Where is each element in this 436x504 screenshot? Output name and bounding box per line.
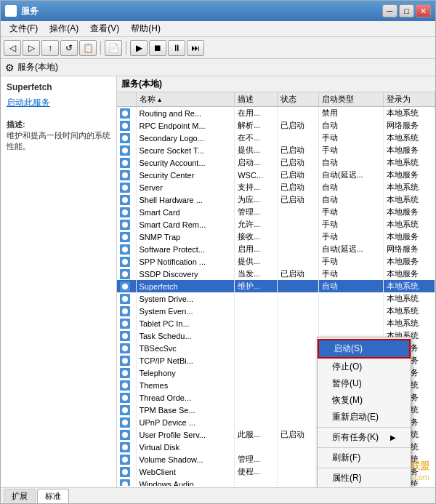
row-icon-cell <box>117 354 136 367</box>
col-status[interactable]: 状态 <box>278 92 319 107</box>
close-button[interactable]: ✕ <box>416 4 431 17</box>
cell-desc: 提供... <box>235 144 278 156</box>
service-icon <box>120 306 130 316</box>
start-service-link[interactable]: 启动此服务 <box>7 97 110 109</box>
tab-standard[interactable]: 标准 <box>37 489 69 503</box>
pause-button[interactable]: ⏸ <box>168 40 185 56</box>
stop-button[interactable]: ⏹ <box>149 40 166 56</box>
col-logon[interactable]: 登录为 <box>383 92 435 107</box>
table-row[interactable]: System Even...本地系统 <box>117 305 435 317</box>
minimize-button[interactable]: ─ <box>382 4 397 17</box>
ctx-arrow: ▶ <box>390 433 396 441</box>
ctx-stop[interactable]: 停止(O) <box>318 359 411 375</box>
cell-name: SPP Notification ... <box>136 255 235 268</box>
cell-name: Secondary Logo... <box>136 132 235 144</box>
cell-status <box>278 404 319 416</box>
cell-logon: 本地系统 <box>383 193 435 206</box>
cell-status: 已启动 <box>278 144 319 156</box>
table-row[interactable]: Software Protect...启用...自动(延迟...网络服务 <box>117 243 435 255</box>
export-button[interactable]: 📋 <box>79 40 97 56</box>
ctx-resume[interactable]: 恢复(M) <box>318 392 411 409</box>
cell-logon: 本地系统 <box>383 292 435 305</box>
maximize-button[interactable]: □ <box>399 4 414 17</box>
cell-logon: 网络服务 <box>383 119 435 132</box>
table-row[interactable]: Tablet PC In...本地系统 <box>117 317 435 329</box>
row-icon-cell <box>117 119 136 132</box>
cell-desc: 在不... <box>235 132 278 144</box>
cell-desc <box>235 379 278 391</box>
cell-name: System Drive... <box>136 292 235 305</box>
table-row[interactable]: Security CenterWSC...已启动自动(延迟...本地服务 <box>117 169 435 181</box>
refresh-button[interactable]: ↺ <box>60 40 78 56</box>
ctx-restart[interactable]: 重新启动(E) <box>318 409 411 425</box>
cell-desc: 使程... <box>235 465 278 478</box>
menu-view[interactable]: 查看(V) <box>84 21 125 36</box>
menu-bar: 文件(F) 操作(A) 查看(V) 帮助(H) <box>1 21 435 37</box>
cell-desc: 管理... <box>235 453 278 465</box>
row-icon-cell <box>117 441 136 453</box>
row-icon-cell <box>117 243 136 255</box>
row-icon-cell <box>117 391 136 404</box>
cell-name: Tablet PC In... <box>136 317 235 329</box>
table-row[interactable]: Shell Hardware ...为应...已启动自动本地系统 <box>117 193 435 206</box>
menu-help[interactable]: 帮助(H) <box>125 21 166 36</box>
table-row[interactable]: Secure Socket T...提供...已启动手动本地服务 <box>117 144 435 156</box>
col-name[interactable]: 名称 <box>136 92 235 107</box>
table-row[interactable]: SNMP Trap接收...手动本地服务 <box>117 231 435 243</box>
table-row[interactable]: Routing and Re...在用...禁用本地系统 <box>117 107 435 120</box>
back-button[interactable]: ◁ <box>4 40 21 56</box>
table-row[interactable]: RPC Endpoint M...解析...已启动自动网络服务 <box>117 119 435 132</box>
title-bar-controls: ─ □ ✕ <box>382 4 431 17</box>
title-bar: ⚙ 服务 ─ □ ✕ <box>1 1 435 21</box>
service-icon <box>120 405 130 415</box>
cell-logon: 本地系统 <box>383 317 435 329</box>
cell-status <box>278 243 319 255</box>
col-icon[interactable] <box>117 92 136 107</box>
cell-status: 已启动 <box>278 169 319 181</box>
breadcrumb: 服务(本地) <box>17 61 58 73</box>
service-icon <box>120 368 130 378</box>
ctx-start[interactable]: 启动(S) <box>318 339 411 359</box>
play-button[interactable]: ▶ <box>130 40 148 56</box>
cell-logon: 本地系统 <box>383 218 435 231</box>
col-desc[interactable]: 描述 <box>235 92 278 107</box>
cell-startup <box>318 305 383 317</box>
new-button[interactable]: 📄 <box>105 40 122 56</box>
right-panel: 服务(本地) 名称 描述 状态 启动类型 登录为 Routi <box>117 76 435 487</box>
service-icon <box>120 244 130 255</box>
table-row[interactable]: System Drive...本地系统 <box>117 292 435 305</box>
table-row[interactable]: Smart Card Rem...允许...手动本地系统 <box>117 218 435 231</box>
ctx-properties[interactable]: 属性(R) <box>318 470 411 487</box>
table-header-row: 名称 描述 状态 启动类型 登录为 <box>117 92 435 107</box>
table-row[interactable]: SPP Notification ...提供...手动本地服务 <box>117 255 435 268</box>
cell-status <box>278 453 319 465</box>
up-button[interactable]: ↑ <box>41 40 59 56</box>
row-icon-cell <box>117 193 136 206</box>
table-row[interactable]: Superfetch维护...自动本地系统 <box>117 280 435 292</box>
forward-button[interactable]: ▷ <box>23 40 40 56</box>
row-icon-cell <box>117 305 136 317</box>
table-row[interactable]: Smart Card管理...手动本地服务 <box>117 206 435 218</box>
cell-status <box>278 292 319 305</box>
cell-status <box>278 280 319 292</box>
ctx-all-tasks[interactable]: 所有任务(K) ▶ <box>318 429 411 446</box>
col-startup[interactable]: 启动类型 <box>318 92 383 107</box>
cell-logon: 本地服务 <box>383 231 435 243</box>
tab-expand[interactable]: 扩展 <box>4 489 36 503</box>
row-icon-cell <box>117 255 136 268</box>
table-row[interactable]: SSDP Discovery当发...已启动手动本地服务 <box>117 268 435 280</box>
cell-name: Telephony <box>136 367 235 379</box>
table-row[interactable]: Security Account...启动...已启动自动本地系统 <box>117 156 435 169</box>
cell-logon: 本地系统 <box>383 156 435 169</box>
restart-button[interactable]: ⏭ <box>187 40 204 56</box>
menu-file[interactable]: 文件(F) <box>4 21 44 36</box>
ctx-pause[interactable]: 暂停(U) <box>318 375 411 392</box>
cell-desc <box>235 404 278 416</box>
table-row[interactable]: Secondary Logo...在不...手动本地系统 <box>117 132 435 144</box>
ctx-refresh[interactable]: 刷新(F) <box>318 449 411 466</box>
cell-startup: 手动 <box>318 132 383 144</box>
table-row[interactable]: Server支持...已启动自动本地系统 <box>117 181 435 193</box>
cell-status: 已启动 <box>278 193 319 206</box>
menu-action[interactable]: 操作(A) <box>44 21 84 36</box>
row-icon-cell <box>117 367 136 379</box>
